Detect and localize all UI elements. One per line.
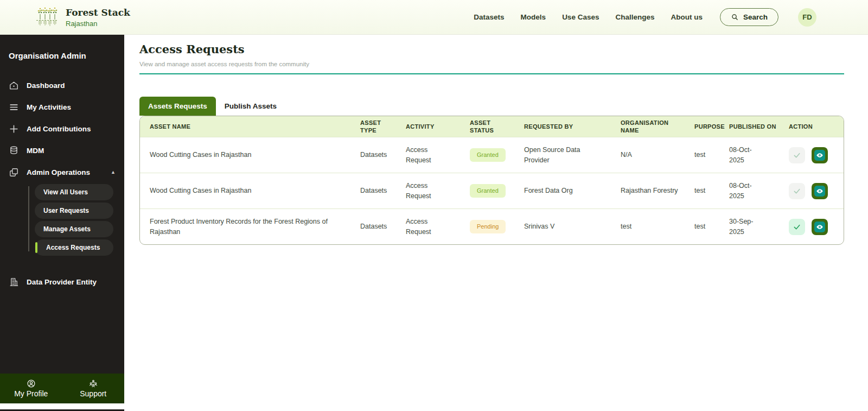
brand[interactable]: Forest Stack Rajasthan: [35, 4, 130, 30]
approve-button[interactable]: [789, 147, 805, 163]
list-icon: [9, 102, 19, 112]
table-row: Forest Product Inventory Records for the…: [140, 208, 844, 244]
nav-link-about-us[interactable]: About us: [671, 13, 703, 21]
people-group-icon: [88, 379, 98, 388]
cell-published-on: 30-Sep-2025: [720, 217, 762, 236]
column-header-activity: ACTIVITY: [397, 123, 461, 130]
cell-asset-type: Datasets: [352, 186, 397, 195]
status-badge: Pending: [470, 220, 506, 234]
column-header-published-on: PUBLISHED ON: [720, 123, 780, 130]
sidebar-subitem-user-requests[interactable]: User Requests: [35, 203, 113, 219]
home-icon: [9, 80, 19, 91]
cell-purpose: test: [686, 222, 720, 231]
column-header-requested-by: REQUESTED BY: [515, 123, 612, 130]
approve-button[interactable]: [789, 219, 805, 235]
eye-icon: [814, 150, 825, 161]
eye-icon: [814, 222, 825, 232]
view-button[interactable]: [812, 147, 828, 163]
admin-operations-submenu: View All Users User Requests Manage Asse…: [35, 184, 124, 256]
sidebar-item-admin-operations[interactable]: Admin Operations ▲: [0, 161, 124, 183]
cell-activity: Access Request: [397, 181, 439, 200]
cell-actions: [780, 183, 844, 199]
database-icon: [9, 146, 19, 156]
sidebar-item-label: Admin Operations: [27, 168, 90, 176]
column-header-asset-name: ASSET NAME: [140, 123, 352, 130]
cell-organisation-name: test: [612, 222, 686, 231]
cell-asset-type: Datasets: [352, 150, 397, 160]
sidebar-item-label: Add Contributions: [27, 125, 91, 133]
cell-organisation-name: N/A: [612, 150, 686, 160]
footer-item-label: My Profile: [14, 389, 48, 398]
my-profile-button[interactable]: My Profile: [0, 379, 62, 398]
nav-link-use-cases[interactable]: Use Cases: [562, 13, 599, 21]
teal-divider: [139, 73, 844, 74]
brand-title: Forest Stack: [66, 7, 130, 18]
table-row: Wood Cutting Cases in Rajasthan Datasets…: [140, 173, 844, 208]
cell-purpose: test: [686, 150, 720, 160]
search-label: Search: [743, 13, 768, 21]
sidebar: Organisation Admin Dashboard My Activiti…: [0, 35, 124, 403]
sidebar-item-dashboard[interactable]: Dashboard: [0, 74, 124, 96]
cell-purpose: test: [686, 186, 720, 195]
status-badge: Granted: [470, 184, 506, 198]
cell-activity: Access Request: [397, 145, 439, 165]
cell-asset-status: Pending: [461, 220, 515, 234]
table-row: Wood Cutting Cases in Rajasthan Datasets…: [140, 137, 844, 173]
cell-asset-status: Granted: [461, 148, 515, 162]
check-icon: [793, 223, 801, 231]
sidebar-subitem-view-all-users[interactable]: View All Users: [35, 184, 113, 200]
check-icon: [793, 151, 801, 160]
approve-button[interactable]: [789, 183, 805, 199]
nav-link-datasets[interactable]: Datasets: [474, 13, 504, 21]
sidebar-item-label: Dashboard: [27, 81, 65, 90]
sidebar-heading: Organisation Admin: [0, 51, 124, 60]
table-body: Wood Cutting Cases in Rajasthan Datasets…: [140, 137, 844, 244]
layers-icon: [9, 167, 19, 178]
nav-link-challenges[interactable]: Challenges: [615, 13, 654, 21]
sidebar-item-label: MDM: [27, 147, 44, 155]
sidebar-footer: My Profile Support: [0, 374, 124, 403]
column-header-asset-type: ASSET TYPE: [352, 119, 397, 135]
sidebar-subitem-manage-assets[interactable]: Manage Assets: [35, 221, 113, 237]
chevron-up-icon[interactable]: ▲: [111, 170, 116, 175]
page-subtitle: View and manage asset access requests fr…: [139, 61, 844, 67]
tab-publish-assets[interactable]: Publish Assets: [216, 97, 285, 116]
column-header-organisation-name: ORGANISATION NAME: [612, 119, 673, 135]
support-button[interactable]: Support: [62, 379, 125, 398]
sidebar-subitem-access-requests[interactable]: Access Requests: [35, 239, 113, 256]
column-header-action: ACTION: [780, 123, 844, 130]
cell-published-on: 08-Oct-2025: [720, 181, 762, 200]
sidebar-item-mdm[interactable]: MDM: [0, 140, 124, 161]
footer-item-label: Support: [80, 389, 106, 398]
view-button[interactable]: [812, 183, 828, 199]
column-header-purpose: PURPOSE: [686, 123, 720, 130]
top-header: Forest Stack Rajasthan Datasets Models U…: [0, 0, 868, 35]
search-button[interactable]: Search: [720, 8, 778, 26]
nav-link-models[interactable]: Models: [521, 13, 546, 21]
table-header: ASSET NAME ASSET TYPE ACTIVITY ASSET STA…: [140, 116, 844, 137]
sidebar-item-add-contributions[interactable]: Add Contributions: [0, 118, 124, 140]
top-nav: Datasets Models Use Cases Challenges Abo…: [474, 8, 816, 27]
view-button[interactable]: [812, 219, 828, 235]
forest-stack-logo-icon: [35, 4, 60, 30]
sidebar-item-data-provider-entity[interactable]: Data Provider Entity: [0, 271, 124, 293]
page-title: Access Requests: [139, 42, 844, 56]
avatar[interactable]: FD: [798, 8, 816, 27]
cell-requested-by: Srinivas V: [515, 222, 586, 231]
cell-asset-status: Granted: [461, 184, 515, 198]
cell-activity: Access Request: [397, 217, 439, 236]
cell-requested-by: Open Source Data Provider: [515, 145, 586, 165]
tab-assets-requests[interactable]: Assets Requests: [139, 97, 216, 116]
cell-actions: [780, 219, 844, 235]
brand-subtitle: Rajasthan: [66, 20, 130, 28]
plus-icon: [9, 124, 19, 134]
cell-asset-name: Wood Cutting Cases in Rajasthan: [140, 186, 347, 195]
sidebar-item-label: My Activities: [27, 103, 71, 111]
search-icon: [731, 13, 739, 21]
sidebar-item-my-activities[interactable]: My Activities: [0, 96, 124, 118]
cell-requested-by: Forest Data Org: [515, 186, 586, 195]
cell-asset-name: Wood Cutting Cases in Rajasthan: [140, 150, 347, 160]
status-badge: Granted: [470, 148, 506, 162]
person-circle-icon: [27, 379, 36, 388]
check-icon: [793, 187, 801, 195]
